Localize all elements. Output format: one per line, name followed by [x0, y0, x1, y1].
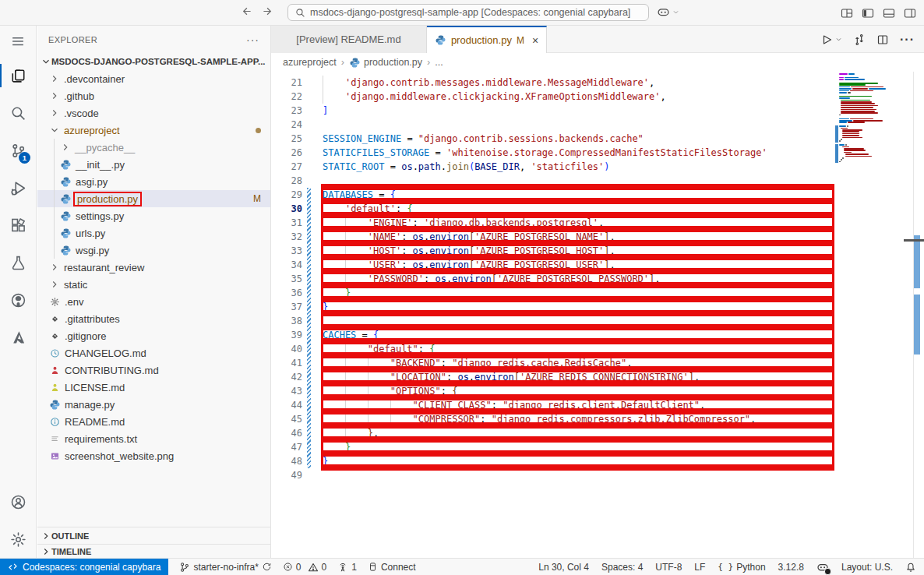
indentation[interactable]: Spaces: 4 [601, 562, 643, 573]
tab--preview-readme-md[interactable]: [Preview] README.md [271, 26, 427, 53]
code-line-39[interactable]: CACHES = { [323, 328, 767, 342]
file-item-urls-py[interactable]: urls.py [37, 224, 270, 242]
code-line-25[interactable]: SESSION_ENGINE = "django.contrib.session… [323, 132, 767, 146]
explorer-more-actions[interactable]: ··· [246, 34, 259, 46]
outline-section[interactable]: OUTLINE [37, 527, 270, 544]
code-line-22[interactable]: 'django.middleware.clickjacking.XFrameOp… [323, 90, 767, 104]
copilot-menu[interactable] [657, 5, 679, 19]
file-item--init-py[interactable]: __init__.py [37, 156, 270, 173]
code-line-38[interactable] [323, 314, 767, 328]
python-version[interactable]: 3.12.8 [778, 562, 804, 573]
code-line-49[interactable] [323, 468, 767, 482]
breadcrumb-item[interactable]: production.py [349, 57, 422, 69]
activity-bar-azure[interactable] [0, 319, 36, 356]
file-item-contributing-md[interactable]: CONTRIBUTING.md [37, 362, 270, 379]
code-line-46[interactable]: }, [323, 426, 767, 440]
code-line-23[interactable]: ] [323, 104, 767, 118]
code-line-31[interactable]: 'ENGINE': 'django.db.backends.postgresql… [323, 216, 767, 230]
folder-item--devcontainer[interactable]: .devcontainer [37, 70, 270, 87]
timeline-section[interactable]: TIMELINE [37, 544, 270, 558]
file-item-changelog-md[interactable]: CHANGELOG.md [37, 344, 270, 362]
activity-bar-source-control[interactable]: 1 [0, 132, 36, 169]
branch-status[interactable]: starter-no-infra* [179, 562, 271, 573]
folder-item--vscode[interactable]: .vscode [37, 104, 270, 122]
breadcrumb-item[interactable]: ... [435, 57, 443, 68]
file-item--gitattributes[interactable]: .gitattributes [37, 310, 270, 327]
breadcrumb-item[interactable]: azureproject [283, 57, 337, 68]
file-item--env[interactable]: .env [37, 293, 270, 310]
file-item-production-py[interactable]: production.pyM [37, 190, 270, 207]
code-line-44[interactable]: "CLIENT_CLASS": "django_redis.client.Def… [323, 398, 767, 412]
code-line-29[interactable]: DATABASES = { [323, 188, 767, 202]
file-item-screenshot-website-png[interactable]: screenshot_website.png [37, 447, 270, 464]
chevron-right-icon[interactable] [48, 278, 61, 291]
code-line-26[interactable]: STATICFILES_STORAGE = 'whitenoise.storag… [323, 146, 767, 160]
code-line-45[interactable]: "COMPRESSOR": "django_redis.compressors.… [323, 412, 767, 426]
toggle-panel-icon[interactable] [883, 7, 895, 19]
activity-bar-run-debug[interactable] [0, 169, 36, 206]
cursor-position[interactable]: Ln 30, Col 4 [538, 562, 589, 573]
file-item--gitignore[interactable]: .gitignore [37, 327, 270, 344]
code-line-32[interactable]: 'NAME': os.environ['AZURE_POSTGRESQL_NAM… [323, 230, 767, 244]
chevron-right-icon[interactable] [48, 107, 61, 119]
encoding[interactable]: UTF-8 [655, 562, 682, 573]
folder-item-azureproject[interactable]: azureproject [37, 122, 270, 139]
code-line-37[interactable]: } [323, 300, 767, 314]
code-line-35[interactable]: 'PASSWORD': os.environ['AZURE_POSTGRESQL… [323, 272, 767, 286]
code-line-36[interactable]: } [323, 286, 767, 300]
activity-bar-extensions[interactable] [0, 206, 36, 244]
code-line-43[interactable]: "OPTIONS": { [323, 384, 767, 398]
code-line-30[interactable]: 'default': { [323, 202, 767, 216]
open-changes-icon[interactable] [853, 34, 866, 46]
explorer-root-folder[interactable]: MSDOCS-DJANGO-POSTGRESQL-SAMPLE-APP... [37, 53, 270, 70]
file-item-requirements-txt[interactable]: requirements.txt [37, 430, 270, 447]
code-line-48[interactable]: } [323, 454, 767, 468]
code-line-24[interactable] [323, 118, 767, 132]
ports-status[interactable]: 1 [337, 562, 357, 573]
minimap[interactable] [835, 72, 890, 558]
activity-bar-menu[interactable] [0, 26, 36, 57]
command-center-search[interactable]: msdocs-django-postgresql-sample-app [Cod… [287, 4, 649, 21]
keyboard-layout[interactable]: Layout: U.S. [841, 562, 893, 573]
code-line-40[interactable]: "default": { [323, 342, 767, 356]
file-item-manage-py[interactable]: manage.py [37, 396, 270, 413]
activity-bar-testing[interactable] [0, 244, 36, 281]
copilot-status[interactable] [816, 561, 829, 573]
toggle-primary-sidebar-icon[interactable] [862, 7, 874, 19]
code-line-42[interactable]: "LOCATION": os.environ['AZURE_REDIS_CONN… [323, 370, 767, 384]
activity-bar-explorer[interactable] [0, 57, 36, 94]
run-python-file-button[interactable] [820, 34, 842, 46]
file-item-asgi-py[interactable]: asgi.py [37, 173, 270, 190]
activity-bar-github[interactable] [0, 281, 36, 319]
customize-layout-icon[interactable] [841, 7, 853, 19]
close-icon[interactable]: × [532, 34, 538, 47]
problems-status[interactable]: 0 0 [283, 562, 326, 573]
activity-bar-search[interactable] [0, 94, 36, 132]
split-editor-icon[interactable] [876, 34, 889, 46]
sync-icon[interactable] [262, 562, 272, 572]
code-line-34[interactable]: 'USER': os.environ['AZURE_POSTGRESQL_USE… [323, 258, 767, 272]
code-line-47[interactable]: } [323, 440, 767, 454]
code-line-28[interactable] [323, 174, 767, 188]
file-item-readme-md[interactable]: README.md [37, 413, 270, 430]
code-line-33[interactable]: 'HOST': os.environ['AZURE_POSTGRESQL_HOS… [323, 244, 767, 258]
activity-bar-accounts[interactable] [0, 483, 36, 520]
chevron-right-icon[interactable] [48, 90, 61, 102]
tab-production-py[interactable]: production.pyM× [427, 26, 547, 53]
connect-button[interactable]: Connect [368, 562, 416, 573]
code-editor[interactable]: 2122232425262728293031323334353637383940… [271, 72, 924, 558]
editor-more-actions[interactable]: ··· [900, 33, 915, 47]
toggle-secondary-sidebar-icon[interactable] [904, 7, 916, 19]
nav-forward-icon[interactable] [263, 5, 274, 17]
language-mode[interactable]: { } Python [718, 562, 765, 573]
eol-sequence[interactable]: LF [694, 562, 705, 573]
folder-item-static[interactable]: static [37, 276, 270, 293]
code-line-21[interactable]: 'django.contrib.messages.middleware.Mess… [323, 76, 767, 90]
activity-bar-settings[interactable] [0, 520, 36, 558]
nav-back-icon[interactable] [240, 5, 252, 17]
chevron-right-icon[interactable] [48, 72, 61, 85]
chevron-right-icon[interactable] [59, 141, 72, 153]
folder-item--pycache-[interactable]: __pycache__ [37, 139, 270, 156]
notifications-bell-icon[interactable] [905, 562, 916, 573]
code-line-41[interactable]: "BACKEND": "django_redis.cache.RedisCach… [323, 356, 767, 370]
